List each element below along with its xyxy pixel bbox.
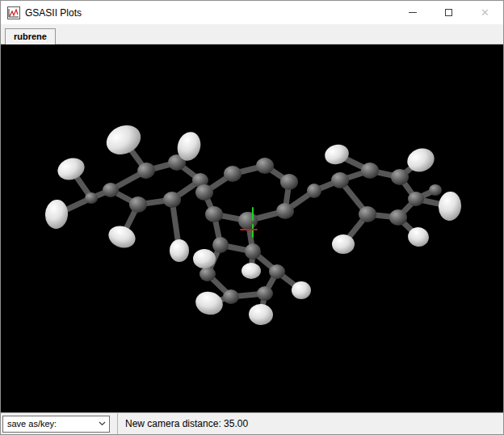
- camera-distance-status: New camera distance: 35.00: [125, 418, 248, 429]
- maximize-icon: [445, 9, 452, 16]
- app-icon: [7, 6, 20, 19]
- molecule-render: [1, 44, 503, 412]
- tab-rubrene[interactable]: rubrene: [5, 28, 56, 44]
- tab-bar: rubrene: [1, 24, 503, 44]
- minimize-icon: [409, 12, 417, 13]
- window-title: GSASII Plots: [25, 7, 82, 19]
- minimize-button[interactable]: [394, 1, 430, 24]
- close-button[interactable]: ✕: [467, 1, 503, 24]
- status-bar: save as/key: New camera distance: 35.00: [1, 412, 503, 434]
- chevron-down-icon: [95, 416, 109, 432]
- title-bar[interactable]: GSASII Plots ✕: [1, 1, 503, 24]
- maximize-button[interactable]: [430, 1, 467, 24]
- tab-label: rubrene: [14, 32, 47, 41]
- plot-canvas[interactable]: [1, 44, 503, 412]
- dropdown-label: save as/key:: [7, 419, 95, 429]
- gsasii-plots-window: GSASII Plots ✕ rubrene: [0, 0, 504, 435]
- statusbar-divider: [117, 413, 118, 434]
- save-as-key-dropdown[interactable]: save as/key:: [2, 416, 110, 433]
- close-icon: ✕: [481, 7, 489, 18]
- window-controls: ✕: [394, 1, 503, 24]
